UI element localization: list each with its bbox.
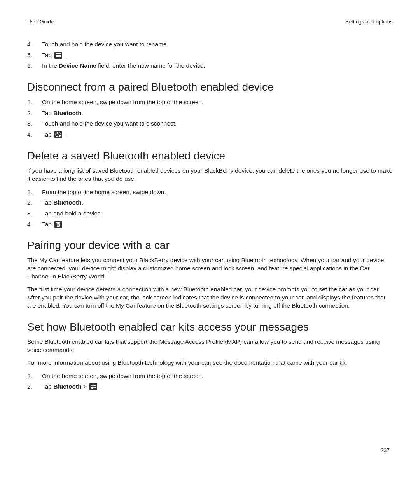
step-text: Tap . [42,51,393,60]
step-text: Tap . [42,220,393,229]
list-item: 4. Touch and hold the device you want to… [27,40,393,49]
carkits-steps: 1. On the home screen, swipe down from t… [27,372,393,391]
section-title-delete: Delete a saved Bluetooth enabled device [27,150,393,162]
svg-rect-5 [58,222,59,222]
step-number: 4. [27,40,42,49]
step-text: Touch and hold the device you want to di… [42,119,393,128]
delete-steps: 1. From the top of the home screen, swip… [27,188,393,229]
section-title-carkits: Set how Bluetooth enabled car kits acces… [27,321,393,333]
page-number: 237 [381,447,390,453]
list-item: 1. From the top of the home screen, swip… [27,188,393,196]
step-text: Tap Bluetooth. [42,198,393,207]
svg-rect-1 [56,55,61,56]
list-item: 1. On the home screen, swipe down from t… [27,98,393,107]
step-number: 4. [27,130,42,139]
section-title-disconnect: Disconnect from a paired Bluetooth enabl… [27,81,393,93]
disconnect-steps: 1. On the home screen, swipe down from t… [27,98,393,139]
step-text: On the home screen, swipe down from the … [42,372,393,380]
step-number: 1. [27,372,42,380]
carkits-p1: Some Bluetooth enabled car kits that sup… [27,338,393,354]
step-text: Tap . [42,130,393,139]
step-number: 1. [27,188,42,196]
step-number: 6. [27,61,42,70]
step-number: 2. [27,382,42,391]
carkits-p2: For more information about using Bluetoo… [27,359,393,367]
step-number: 2. [27,109,42,117]
svg-point-12 [91,387,93,388]
step-text: Tap Bluetooth. [42,109,393,117]
list-item: 2. Tap Bluetooth. [27,198,393,207]
step-number: 2. [27,198,42,207]
svg-rect-0 [56,53,61,54]
section-title-pairing: Pairing your device with a car [27,239,393,252]
trash-icon [54,221,62,228]
list-item: 3. Tap and hold a device. [27,209,393,218]
sliders-icon [89,383,97,390]
list-item: 6. In the Device Name field, enter the n… [27,61,393,70]
rename-steps: 4. Touch and hold the device you want to… [27,40,393,70]
step-number: 4. [27,220,42,229]
menu-icon [54,52,62,59]
list-item: 1. On the home screen, swipe down from t… [27,372,393,380]
pairing-p1: The My Car feature lets you connect your… [27,256,393,281]
list-item: 5. Tap . [27,51,393,60]
list-item: 3. Touch and hold the device you want to… [27,119,393,128]
page: User Guide Settings and options 4. Touch… [0,0,420,504]
step-number: 3. [27,209,42,218]
list-item: 4. Tap . [27,220,393,229]
svg-rect-4 [56,222,60,223]
page-header: User Guide Settings and options [27,19,393,24]
list-item: 2. Tap Bluetooth > . [27,382,393,391]
step-number: 5. [27,51,42,60]
header-left: User Guide [27,19,54,24]
pairing-p2: The first time your device detects a con… [27,285,393,310]
step-text: From the top of the home screen, swipe d… [42,188,393,196]
step-text: Touch and hold the device you want to re… [42,40,393,49]
svg-rect-2 [56,56,61,57]
step-text: Tap Bluetooth > . [42,382,393,391]
svg-point-11 [94,385,95,386]
list-item: 4. Tap . [27,130,393,139]
step-number: 1. [27,98,42,107]
list-item: 2. Tap Bluetooth. [27,109,393,117]
step-text: Tap and hold a device. [42,209,393,218]
disconnect-icon [54,131,62,138]
header-right: Settings and options [345,19,393,24]
step-text: In the Device Name field, enter the new … [42,61,393,70]
step-number: 3. [27,119,42,128]
step-text: On the home screen, swipe down from the … [42,98,393,107]
delete-intro: If you have a long list of saved Bluetoo… [27,167,393,183]
